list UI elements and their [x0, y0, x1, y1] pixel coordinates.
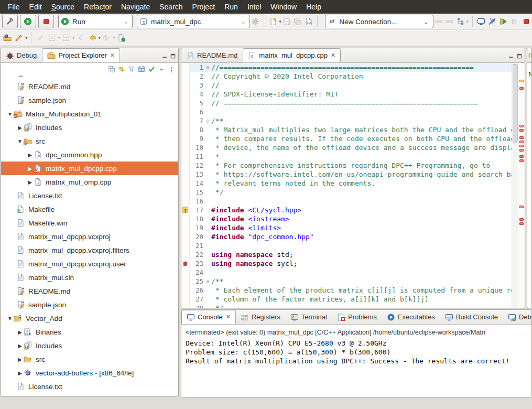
code-line-19[interactable]: 19#include <limits> [190, 223, 512, 232]
console-tab-build-console[interactable]: 010Build Console [440, 310, 503, 324]
code-line-9[interactable]: 9 * then compares results. If the code e… [190, 134, 512, 143]
expand-arrow-icon[interactable]: ▶ [26, 179, 34, 185]
code-line-2[interactable]: 2// Copyright © 2020 Intel Corporation [190, 72, 512, 81]
error-bug-marker-icon[interactable] [181, 259, 189, 268]
collapse-all-icon[interactable] [108, 66, 115, 73]
console-tab-executables[interactable]: Executables [382, 310, 440, 324]
expand-arrow-icon[interactable]: ▶ [26, 166, 34, 171]
previous-edit-icon[interactable] [75, 32, 86, 44]
console-tab-terminal[interactable]: Terminal [286, 310, 332, 324]
expand-arrow-icon[interactable]: ▶ [16, 370, 24, 376]
code-line-14[interactable]: 14 * relevant terms noted in the comment… [190, 179, 512, 188]
code-line-22[interactable]: 22using namespace std; [190, 250, 512, 259]
error-mark[interactable] [519, 159, 524, 162]
launch-target-combo[interactable]: c matrix_mul_dpc ⌄ [137, 15, 250, 28]
fold-collapse-icon[interactable]: ⊖ [204, 64, 211, 70]
fold-collapse-icon[interactable]: ⊖ [204, 278, 211, 284]
console-tab-console[interactable]: Console✕ [181, 310, 236, 324]
code-lines[interactable]: 1⊖//====================================… [190, 63, 512, 308]
suspend-icon[interactable] [509, 16, 519, 27]
resume-icon[interactable] [498, 16, 508, 27]
variables-strip-panel[interactable]: (x N [527, 48, 532, 308]
save-all-button[interactable] [293, 16, 303, 27]
code-line-3[interactable]: 3// [190, 81, 512, 90]
package-icon[interactable] [138, 66, 145, 73]
check-icon[interactable] [148, 66, 155, 73]
collapse-arrow-icon[interactable]: ▼ [16, 138, 24, 144]
maximize-button[interactable] [170, 53, 176, 59]
code-line-23[interactable]: 23using namespace sycl; [190, 259, 512, 268]
code-line-12[interactable]: 12 * For comprehensive instructions rega… [190, 161, 512, 170]
menu-item-help[interactable]: Help [301, 1, 326, 13]
dropdown-icon[interactable]: ▾ [279, 19, 281, 24]
menu-item-intel[interactable]: Intel [243, 1, 266, 13]
tree-item-matrix-mul-dpcpp-vcxproj[interactable]: matrix_mul_dpcpp.vcxproj [1, 230, 178, 243]
code-line-21[interactable]: 21 [190, 241, 512, 250]
code-line-5[interactable]: 5// ====================================… [190, 99, 512, 107]
variables-tab[interactable]: (x [527, 48, 531, 63]
editor-tab-matrix-mul-dpcpp-cpp[interactable]: cmatrix_mul_dpcpp.cpp✕ [243, 48, 341, 62]
expand-arrow-icon[interactable]: ▶ [16, 357, 24, 362]
terminate-icon[interactable] [522, 16, 531, 27]
collapse-arrow-icon[interactable]: ▼ [6, 111, 14, 117]
expand-arrow-icon[interactable]: ▶ [16, 343, 24, 349]
console-output[interactable]: <terminated> (exit value: 0) matrix_mul_… [181, 325, 531, 397]
editor-vertical-scrollbar[interactable] [512, 63, 518, 308]
close-icon[interactable]: ✕ [331, 52, 335, 59]
tree-item-license-txt[interactable]: License.txt [1, 189, 178, 202]
code-line-20[interactable]: 20#include "dpc_common.hpp" [190, 232, 512, 241]
console-tab-registers[interactable]: 10100101Registers [236, 310, 286, 324]
tree-item-src[interactable]: ▶src [1, 352, 178, 366]
code-line-11[interactable]: 11 * [190, 152, 512, 161]
connection-combo[interactable]: New Connection... ⌄ [325, 15, 433, 28]
menu-item-search[interactable]: Search [155, 1, 187, 13]
disconnect-icon[interactable] [444, 16, 454, 27]
error-mark[interactable] [519, 218, 524, 221]
tree-item-matrix-mul-sln[interactable]: matrix_mul.sln [1, 271, 178, 284]
code-line-15[interactable]: 15 */ [190, 188, 512, 197]
editor-tab-readme-md[interactable]: README.md [181, 48, 243, 62]
tree-item-makefile-win[interactable]: Makefile.win [1, 216, 178, 230]
error-mark[interactable] [519, 145, 524, 147]
menu-item-window[interactable]: Window [266, 1, 301, 13]
menu-item-run[interactable]: Run [220, 1, 243, 13]
code-line-1[interactable]: 1⊖//====================================… [190, 63, 512, 72]
code-line-10[interactable]: 10 * device, the name of the offload dev… [190, 143, 512, 152]
maximize-button[interactable] [516, 53, 523, 59]
dropdown-icon[interactable] [158, 66, 165, 73]
error-mark[interactable] [519, 149, 524, 152]
code-line-16[interactable]: 16 [190, 197, 512, 206]
tree-item[interactable] [1, 76, 178, 80]
dropdown-icon[interactable]: ▾ [25, 35, 28, 40]
code-line-4[interactable]: 4// SPDX-License-Identifier: MIT [190, 90, 512, 99]
build-button[interactable] [2, 15, 18, 28]
dropdown-icon[interactable]: ▾ [113, 35, 115, 40]
dropdown-icon[interactable]: ▾ [72, 35, 75, 40]
unresolved-include-marker-icon[interactable]: ? [181, 206, 189, 214]
tree-item-binaries[interactable]: ▶1001Binaries [1, 325, 178, 339]
new-file-button[interactable] [268, 16, 278, 27]
expand-arrow-icon[interactable]: ▶ [26, 152, 34, 158]
tree-item-matrix-multiplication-01[interactable]: ▼CMatrix_Multiplication_01 [1, 107, 178, 121]
save-button[interactable] [282, 16, 292, 27]
filter-icon[interactable] [128, 66, 135, 73]
explorer-tab-project-explorer[interactable]: Project Explorer✕ [42, 48, 120, 62]
code-line-27[interactable]: 27 * column of the factor matrices, a[i]… [190, 295, 512, 304]
stop-button[interactable] [38, 15, 54, 28]
connect-icon[interactable] [434, 16, 444, 27]
collapse-arrow-icon[interactable]: ▼ [6, 316, 14, 321]
explorer-tab-debug[interactable]: Debug [1, 48, 42, 62]
menu-item-navigate[interactable]: Navigate [116, 1, 155, 13]
tree-item-src[interactable]: ▼src [1, 134, 178, 148]
dropdown-icon[interactable]: ▾ [58, 35, 61, 40]
menu-item-file[interactable]: File [3, 1, 25, 13]
forward-icon[interactable] [101, 32, 112, 44]
code-line-18[interactable]: 18#include <iostream> [190, 214, 512, 223]
overview-ruler[interactable] [518, 63, 525, 308]
tree-item-includes[interactable]: ▶hIncludes [1, 339, 178, 352]
project-tree[interactable]: README.mdsample.json▼CMatrix_Multiplicat… [1, 76, 178, 396]
warning-mark[interactable] [519, 80, 524, 82]
error-mark[interactable] [519, 222, 524, 225]
expand-arrow-icon[interactable]: ▶ [16, 329, 24, 335]
tree-item-readme-md[interactable]: README.md [1, 80, 178, 93]
